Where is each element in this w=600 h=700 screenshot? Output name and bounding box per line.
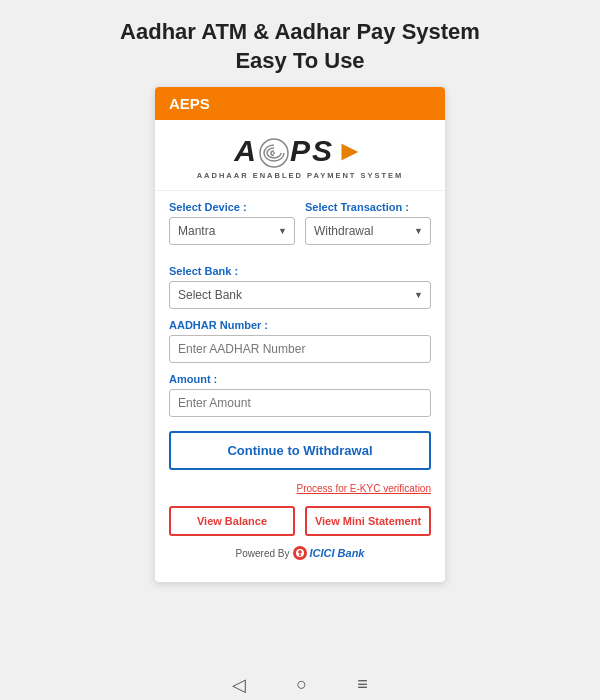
bank-group: Select Bank : Select Bank SBI HDFC ICICI…: [169, 265, 431, 309]
bottom-buttons: View Balance View Mini Statement: [169, 506, 431, 536]
ekyc-link[interactable]: Process for E-KYC verification: [297, 483, 432, 494]
aadhar-group: AADHAR Number :: [169, 319, 431, 363]
transaction-select[interactable]: Withdrawal Balance Enquiry Mini Statemen…: [305, 217, 431, 245]
svg-point-1: [273, 152, 275, 154]
icici-logo: ICICI Bank: [293, 546, 364, 560]
transaction-group: Select Transaction : Withdrawal Balance …: [305, 201, 431, 245]
title-line1: Aadhar ATM & Aadhar Pay System: [120, 19, 480, 44]
logo-subtitle: AADHAAR ENABLED PAYMENT SYSTEM: [197, 171, 404, 180]
view-mini-statement-button[interactable]: View Mini Statement: [305, 506, 431, 536]
bank-label: Select Bank :: [169, 265, 431, 277]
powered-by-area: Powered By ICICI Bank: [169, 546, 431, 568]
device-label: Select Device :: [169, 201, 295, 213]
amount-input[interactable]: [169, 389, 431, 417]
transaction-label: Select Transaction :: [305, 201, 431, 213]
aadhar-input[interactable]: [169, 335, 431, 363]
logo-a: A: [234, 134, 258, 168]
fingerprint-icon: [258, 137, 290, 169]
powered-by-text: Powered By: [236, 548, 290, 559]
ekyc-link-container: Process for E-KYC verification: [169, 478, 431, 496]
navbar: ◁ ○ ≡: [0, 666, 600, 700]
logo-area: A PS ► AADHAAR ENABLED PAYMENT SYSTEM: [155, 120, 445, 191]
amount-label: Amount :: [169, 373, 431, 385]
header-label: AEPS: [169, 95, 210, 112]
back-button[interactable]: ◁: [232, 674, 246, 696]
device-group: Select Device : Mantra Morpho Startek: [169, 201, 295, 245]
icici-bank-text: ICICI Bank: [309, 547, 364, 559]
device-select[interactable]: Mantra Morpho Startek: [169, 217, 295, 245]
view-balance-button[interactable]: View Balance: [169, 506, 295, 536]
menu-button[interactable]: ≡: [357, 674, 368, 696]
amount-group: Amount :: [169, 373, 431, 417]
logo-arrow: ►: [336, 135, 366, 167]
title-line2: Easy To Use: [235, 48, 364, 73]
aadhar-label: AADHAR Number :: [169, 319, 431, 331]
logo-ps: PS: [290, 134, 334, 168]
card-header: AEPS: [155, 87, 445, 120]
continue-button[interactable]: Continue to Withdrawal: [169, 431, 431, 470]
icici-icon: [293, 546, 307, 560]
page-title: Aadhar ATM & Aadhar Pay System Easy To U…: [100, 0, 500, 87]
home-button[interactable]: ○: [296, 674, 307, 696]
bank-select[interactable]: Select Bank SBI HDFC ICICI PNB: [169, 281, 431, 309]
card: AEPS A PS ► AADHAAR ENABLED PAYMENT SYST…: [155, 87, 445, 582]
form-area: Select Device : Mantra Morpho Startek Se…: [155, 191, 445, 582]
